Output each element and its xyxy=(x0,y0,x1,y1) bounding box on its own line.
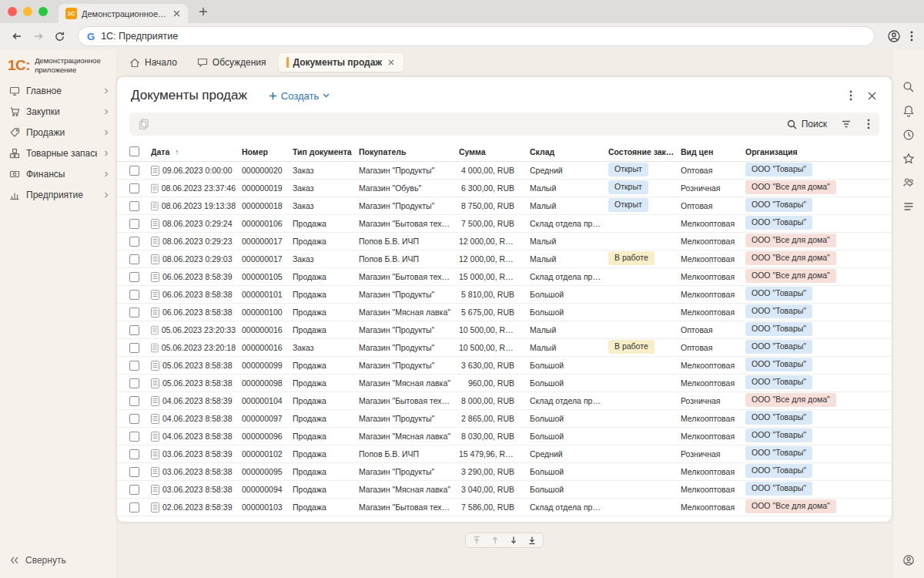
table-row[interactable]: 06.06.2023 8:58:38 000000101 Продажа Маг… xyxy=(117,286,892,304)
tab-discussions[interactable]: Обсуждения xyxy=(189,53,274,72)
global-search-button[interactable] xyxy=(900,79,917,96)
row-checkbox[interactable] xyxy=(129,343,139,353)
forward-button[interactable] xyxy=(29,27,48,45)
row-checkbox[interactable] xyxy=(129,467,139,477)
profile-button[interactable] xyxy=(884,26,904,46)
row-checkbox[interactable] xyxy=(129,201,139,211)
column-header-buyer[interactable]: Покупатель xyxy=(359,147,459,156)
row-checkbox[interactable] xyxy=(129,502,139,512)
order-state-badge: В работе xyxy=(608,340,654,353)
row-checkbox[interactable] xyxy=(129,307,139,318)
table-row[interactable]: 05.06.2023 23:20:18 000000016 Заказ Мага… xyxy=(117,339,892,357)
window-zoom-button[interactable] xyxy=(38,7,48,16)
chat-icon xyxy=(197,58,208,68)
more-actions-button[interactable] xyxy=(848,89,854,102)
table-row[interactable]: 08.06.2023 0:29:24 000000106 Продажа Маг… xyxy=(117,215,892,233)
row-checkbox[interactable] xyxy=(129,219,139,229)
copy-icon[interactable] xyxy=(137,117,150,131)
column-header-doc-type[interactable]: Тип документа xyxy=(293,147,359,156)
back-button[interactable] xyxy=(8,27,26,45)
table-row[interactable]: 05.06.2023 23:20:33 000000016 Продажа Ма… xyxy=(117,321,892,339)
sidebar-item-main[interactable]: Главное xyxy=(0,81,116,102)
table-row[interactable]: 04.06.2023 8:58:38 000000097 Продажа Маг… xyxy=(117,410,892,428)
table-row[interactable]: 03.06.2023 8:58:38 000000095 Продажа Маг… xyxy=(117,463,892,481)
row-checkbox[interactable] xyxy=(129,237,139,247)
cell-price-type: Оптовая xyxy=(681,166,745,175)
table-row[interactable]: 08.06.2023 23:37:46 000000019 Заказ Мага… xyxy=(117,180,892,197)
column-header-order-state[interactable]: Состояние заказа xyxy=(608,147,681,156)
row-checkbox[interactable] xyxy=(129,485,139,495)
cell-doc-type: Заказ xyxy=(293,343,359,352)
row-checkbox[interactable] xyxy=(129,183,139,193)
tab-sales-documents[interactable]: Документы продаж xyxy=(279,53,403,72)
row-checkbox[interactable] xyxy=(129,414,139,424)
cell-warehouse: Большой xyxy=(530,432,608,441)
cell-buyer: Магазин "Мясная лавка" xyxy=(359,378,459,388)
sidebar-item-enterprise[interactable]: Предприятие xyxy=(0,185,116,206)
toolbar-menu-button[interactable] xyxy=(865,117,872,131)
row-checkbox[interactable] xyxy=(129,449,139,459)
select-all-checkbox[interactable] xyxy=(129,146,139,156)
close-window-button[interactable] xyxy=(866,90,878,102)
column-header-organization[interactable]: Организация xyxy=(745,147,879,156)
row-checkbox[interactable] xyxy=(129,325,139,335)
table-row[interactable]: 09.06.2023 0:00:00 000000020 Заказ Магаз… xyxy=(117,162,892,180)
table-row[interactable]: 02.06.2023 8:58:39 000000103 Продажа Маг… xyxy=(117,499,892,516)
column-header-warehouse[interactable]: Склад xyxy=(530,147,608,156)
column-header-date[interactable]: Дата ↑ xyxy=(151,147,242,156)
tab-close-icon[interactable] xyxy=(172,8,182,18)
table-row[interactable]: 04.06.2023 8:58:38 000000096 Продажа Маг… xyxy=(117,428,892,445)
row-checkbox[interactable] xyxy=(129,396,139,406)
window-close-button[interactable] xyxy=(8,7,17,16)
column-header-price-type[interactable]: Вид цен xyxy=(681,147,745,156)
window-minimize-button[interactable] xyxy=(23,7,32,16)
table-row[interactable]: 08.06.2023 0:29:03 000000017 Заказ Попов… xyxy=(117,250,892,268)
browser-tab[interactable]: 1С Демонстрационное приложение xyxy=(59,4,188,23)
table-row[interactable]: 08.06.2023 19:13:38 000000018 Заказ Мага… xyxy=(117,197,892,215)
row-checkbox[interactable] xyxy=(129,254,139,264)
document-icon xyxy=(151,290,159,300)
address-bar[interactable]: G 1С: Предприятие xyxy=(78,26,875,46)
sidebar-item-sales[interactable]: Продажи xyxy=(0,123,116,143)
functions-menu-button[interactable] xyxy=(900,198,917,215)
row-checkbox[interactable] xyxy=(129,432,139,442)
row-checkbox[interactable] xyxy=(129,290,139,300)
row-checkbox[interactable] xyxy=(129,272,139,282)
notifications-button[interactable] xyxy=(900,102,917,119)
table-row[interactable]: 03.06.2023 8:58:38 000000094 Продажа Маг… xyxy=(117,481,892,499)
filter-button[interactable] xyxy=(839,118,853,130)
table-row[interactable]: 08.06.2023 0:29:23 000000017 Продажа Поп… xyxy=(117,233,892,250)
column-header-number[interactable]: Номер xyxy=(242,147,293,156)
search-button[interactable]: Поиск xyxy=(787,119,827,129)
column-header-sum[interactable]: Сумма xyxy=(459,147,530,156)
history-button[interactable] xyxy=(900,126,917,143)
new-tab-button[interactable] xyxy=(196,4,211,19)
reload-button[interactable] xyxy=(51,28,69,45)
collaboration-button[interactable] xyxy=(900,174,917,191)
sidebar-item-purchases[interactable]: Закупки xyxy=(0,102,116,123)
browser-menu-button[interactable] xyxy=(907,28,916,45)
table-row[interactable]: 04.06.2023 8:58:39 000000104 Продажа Маг… xyxy=(117,392,892,410)
collapse-sidebar-button[interactable]: Свернуть xyxy=(0,555,116,578)
go-last-button[interactable] xyxy=(527,536,537,545)
cell-warehouse: Средний xyxy=(530,166,608,175)
table-row[interactable]: 05.06.2023 8:58:38 000000099 Продажа Маг… xyxy=(117,357,892,375)
sidebar-item-finance[interactable]: Финансы xyxy=(0,164,116,185)
table-row[interactable]: 05.06.2023 8:58:38 000000098 Продажа Маг… xyxy=(117,375,892,392)
cell-doc-type: Продажа xyxy=(293,485,359,494)
row-checkbox[interactable] xyxy=(129,378,139,388)
tab-home[interactable]: Начало xyxy=(122,53,185,72)
next-page-button[interactable] xyxy=(509,536,518,545)
row-checkbox[interactable] xyxy=(129,361,139,371)
previous-page-button[interactable] xyxy=(490,536,500,545)
table-row[interactable]: 06.06.2023 8:58:38 000000100 Продажа Маг… xyxy=(117,304,892,321)
close-tab-icon[interactable] xyxy=(387,58,396,67)
favorites-button[interactable] xyxy=(900,150,917,167)
go-first-button[interactable] xyxy=(472,536,481,545)
row-checkbox[interactable] xyxy=(129,166,139,176)
sidebar-item-inventory[interactable]: Товарные запасы xyxy=(0,143,116,164)
table-row[interactable]: 03.06.2023 8:58:39 000000102 Продажа Поп… xyxy=(117,445,892,463)
create-button[interactable]: Создать xyxy=(269,90,330,102)
account-button[interactable] xyxy=(900,552,917,569)
table-row[interactable]: 06.06.2023 8:58:39 000000105 Продажа Маг… xyxy=(117,268,892,286)
